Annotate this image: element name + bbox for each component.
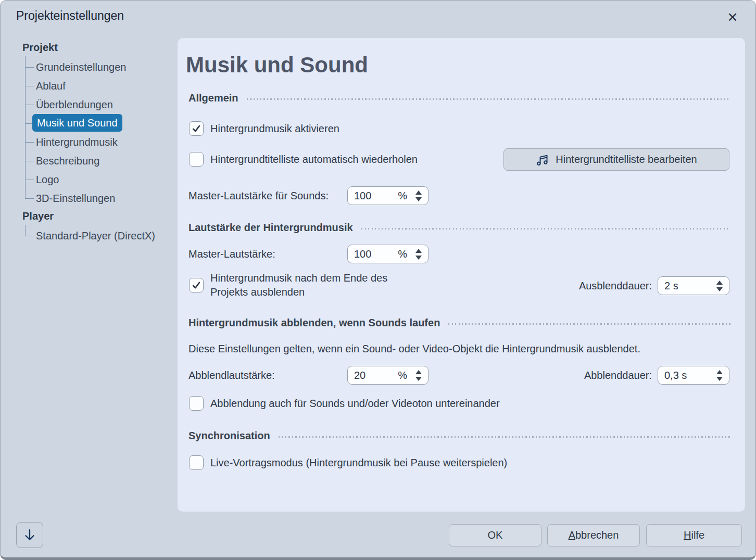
- tree-line: [25, 67, 34, 68]
- checkbox-row-titelliste-wiederholen: Hintergrundtitelliste automatisch wieder…: [189, 152, 418, 167]
- edit-playlist-button-label: Hintergrundtitelliste bearbeiten: [556, 154, 697, 166]
- ok-button[interactable]: OK: [449, 524, 541, 546]
- project-settings-dialog: Projekteinstellungen ✕ Projekt Grundeins…: [0, 0, 756, 560]
- checkmark-icon: [191, 280, 201, 290]
- sidebar-item-musik-und-sound[interactable]: Musik und Sound: [32, 114, 122, 132]
- spinner-up-button[interactable]: [716, 281, 723, 285]
- tree-line: [25, 105, 34, 105]
- sidebar-item-ueberblendungen[interactable]: Überblendungen: [36, 97, 113, 112]
- abblenden-description: Diese Einstellungen gelten, wenn ein Sou…: [188, 343, 640, 355]
- section-heading-allgemein: Allgemein: [188, 92, 238, 104]
- spinner-down-button[interactable]: [716, 287, 723, 291]
- edit-playlist-button[interactable]: Hintergrundtitelliste bearbeiten: [503, 148, 729, 171]
- section-heading-synchronisation: Synchronisation: [188, 430, 270, 442]
- sidebar-item-grundeinstellungen[interactable]: Grundeinstellungen: [36, 60, 126, 74]
- spinner-value: 2 s: [664, 280, 678, 292]
- section-divider: [361, 228, 730, 230]
- spinner-unit: %: [398, 248, 407, 260]
- checkbox-label: Abblendung auch für Sounds und/oder Vide…: [210, 397, 500, 411]
- dim-duration-label: Abblenddauer:: [584, 370, 652, 381]
- close-button[interactable]: ✕: [723, 8, 742, 27]
- cancel-button-label: Abbrechen: [569, 529, 619, 541]
- sidebar-item-logo[interactable]: Logo: [36, 172, 59, 187]
- spinner-down-button[interactable]: [415, 197, 422, 201]
- checkbox-live-mode[interactable]: [189, 455, 204, 470]
- master-volume-spinner[interactable]: 100 %: [347, 245, 429, 263]
- spinner-arrows: [716, 281, 723, 291]
- spinner-arrows: [415, 370, 422, 381]
- tree-line: [25, 142, 34, 143]
- spinner-arrows: [415, 249, 422, 260]
- spinner-unit: %: [398, 370, 407, 381]
- help-button-label: Hilfe: [684, 529, 704, 541]
- tree-line: [25, 56, 26, 198]
- music-note-icon: [536, 153, 549, 167]
- section-heading-lautstaerke: Lautstärke der Hintergrundmusik: [188, 222, 353, 234]
- tree-line: [25, 180, 34, 180]
- spinner-up-button[interactable]: [415, 249, 422, 253]
- spinner-unit: %: [398, 190, 407, 202]
- sidebar-item-hintergrundmusik[interactable]: Hintergrundmusik: [36, 135, 118, 149]
- section-divider: [448, 323, 730, 325]
- checkbox-row-hintergrundmusik-aktivieren: Hintergrundmusik aktivieren: [189, 121, 339, 136]
- checkbox-row-live-mode: Live-Vortragsmodus (Hintergrundmusik bei…: [189, 455, 507, 470]
- ok-button-label: OK: [488, 529, 503, 541]
- dim-duration-field: Abblenddauer: 0,3 s: [584, 366, 729, 385]
- checkbox-titelliste-wiederholen[interactable]: [189, 152, 204, 167]
- arrow-down-icon: [22, 527, 37, 543]
- spinner-down-button[interactable]: [716, 377, 723, 381]
- section-divider: [279, 436, 730, 438]
- checkbox-fade-end[interactable]: [189, 278, 204, 292]
- sidebar-item-standard-player[interactable]: Standard-Player (DirectX): [36, 228, 155, 243]
- checkbox-row-fade-end: Hintergrundmusik nach dem Ende des Proje…: [189, 271, 411, 299]
- dim-volume-label: Abblendlautstärke:: [188, 370, 275, 381]
- master-volume-sounds-label: Master-Lautstärke für Sounds:: [188, 190, 329, 202]
- checkmark-icon: [191, 123, 201, 134]
- tree-line: [25, 198, 34, 199]
- close-icon: ✕: [727, 10, 738, 25]
- tree-line: [25, 86, 34, 86]
- fade-duration-label: Ausblenddauer:: [579, 280, 652, 292]
- tree-line: [25, 236, 34, 236]
- tree-line: [25, 225, 26, 236]
- sidebar-item-ablauf[interactable]: Ablauf: [36, 79, 66, 93]
- dim-duration-spinner[interactable]: 0,3 s: [658, 366, 729, 385]
- tree-group-player: Player: [22, 210, 54, 222]
- spinner-up-button[interactable]: [415, 190, 422, 195]
- checkbox-row-dim-mutual: Abblendung auch für Sounds und/oder Vide…: [189, 396, 500, 411]
- section-heading-abblenden: Hintergrundmusik abblenden, wenn Sounds …: [188, 317, 440, 329]
- spinner-down-button[interactable]: [415, 256, 422, 260]
- tree-line: [25, 161, 34, 161]
- spinner-value: 100: [354, 190, 371, 202]
- spinner-arrows: [415, 190, 422, 201]
- master-volume-sounds-spinner[interactable]: 100 %: [347, 186, 429, 205]
- spinner-arrows: [716, 370, 723, 381]
- dialog-title: Projekteinstellungen: [16, 9, 124, 23]
- spinner-up-button[interactable]: [716, 370, 723, 374]
- spinner-down-button[interactable]: [415, 377, 422, 381]
- spinner-value: 100: [354, 248, 371, 260]
- spinner-up-button[interactable]: [415, 370, 422, 374]
- dim-volume-spinner[interactable]: 20 %: [347, 366, 429, 385]
- checkbox-dim-mutual[interactable]: [189, 396, 204, 411]
- tree-group-projekt: Projekt: [22, 42, 58, 54]
- checkbox-label: Hintergrundmusik aktivieren: [210, 122, 339, 136]
- fade-duration-field: Ausblenddauer: 2 s: [579, 276, 729, 295]
- fade-duration-spinner[interactable]: 2 s: [658, 276, 729, 295]
- spinner-value: 0,3 s: [664, 370, 687, 381]
- sidebar-item-3d-einstellungen[interactable]: 3D-Einstellungen: [36, 191, 115, 206]
- checkbox-label: Hintergrundtitelliste automatisch wieder…: [210, 152, 418, 167]
- checkbox-hintergrundmusik-aktivieren[interactable]: [189, 121, 204, 136]
- spinner-value: 20: [354, 370, 366, 381]
- help-button[interactable]: Hilfe: [646, 524, 742, 546]
- master-volume-label: Master-Lautstärke:: [188, 248, 275, 260]
- section-divider: [247, 98, 730, 100]
- page-title: Musik und Sound: [186, 53, 368, 78]
- checkbox-label: Hintergrundmusik nach dem Ende des Proje…: [210, 271, 411, 299]
- cancel-button[interactable]: Abbrechen: [547, 524, 640, 546]
- checkbox-label: Live-Vortragsmodus (Hintergrundmusik bei…: [210, 456, 507, 470]
- sidebar-item-beschreibung[interactable]: Beschreibung: [36, 154, 99, 168]
- scroll-down-button[interactable]: [16, 522, 43, 548]
- musik-und-sound-panel: Musik und Sound Allgemein Hintergrundmus…: [178, 38, 745, 512]
